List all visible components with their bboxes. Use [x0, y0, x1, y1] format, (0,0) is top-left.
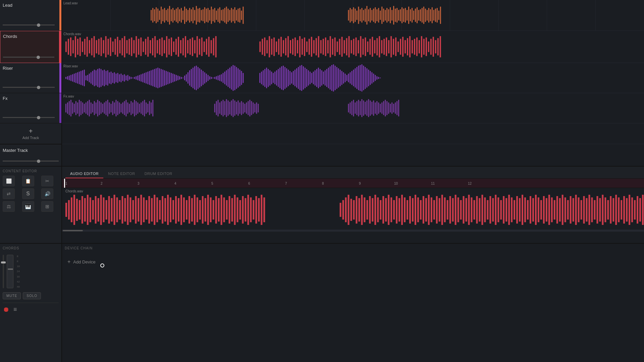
- svg-rect-25: [174, 10, 175, 21]
- svg-rect-742: [634, 200, 636, 220]
- svg-rect-290: [106, 71, 107, 85]
- svg-rect-201: [290, 40, 291, 54]
- svg-rect-41: [201, 10, 202, 21]
- svg-rect-613: [215, 196, 217, 224]
- svg-rect-533: [360, 101, 361, 115]
- solo-button[interactable]: SOLO: [23, 292, 41, 299]
- track-volume-fx[interactable]: [3, 114, 55, 119]
- record-icon[interactable]: ⏺: [3, 306, 9, 313]
- svg-rect-556: [398, 100, 399, 116]
- svg-rect-540: [371, 102, 372, 115]
- tab-note-editor[interactable]: NOTE EDITOR: [103, 170, 140, 178]
- svg-rect-710: [548, 195, 550, 225]
- track-volume-lead[interactable]: [3, 22, 55, 26]
- group-icon-btn[interactable]: ⊞: [41, 201, 53, 212]
- tab-drum-editor[interactable]: DRUM EDITOR: [140, 170, 177, 178]
- svg-rect-474: [112, 101, 113, 115]
- volume-slider-lead[interactable]: [3, 24, 55, 25]
- svg-rect-655: [401, 195, 403, 225]
- svg-rect-669: [439, 198, 440, 222]
- svg-rect-288: [102, 70, 103, 85]
- add-track-label: Add Track: [22, 136, 39, 140]
- mixer-icon[interactable]: ≡: [13, 306, 17, 313]
- svg-rect-261: [430, 39, 432, 55]
- paste-icon-btn[interactable]: 📋: [22, 176, 34, 186]
- scroll-thumb[interactable]: [63, 230, 83, 231]
- svg-rect-248: [400, 39, 401, 55]
- svg-rect-593: [162, 196, 163, 224]
- svg-rect-218: [330, 36, 331, 57]
- svg-rect-497: [151, 103, 152, 114]
- svg-rect-275: [80, 71, 82, 85]
- svg-rect-492: [142, 101, 143, 115]
- svg-rect-132: [87, 37, 88, 57]
- add-track-button[interactable]: + Add Track: [0, 123, 61, 144]
- svg-rect-483: [127, 103, 128, 114]
- svg-rect-154: [138, 39, 139, 55]
- svg-rect-422: [341, 71, 342, 85]
- mute-button[interactable]: MUTE: [3, 292, 21, 299]
- s-icon-btn[interactable]: S: [22, 188, 34, 199]
- svg-rect-81: [371, 10, 372, 21]
- svg-rect-374: [261, 72, 262, 84]
- track-item-chords[interactable]: Chords: [0, 31, 61, 63]
- plus-icon: +: [29, 127, 33, 135]
- svg-rect-370: [239, 70, 240, 86]
- svg-rect-715: [562, 195, 564, 225]
- track-volume-riser[interactable]: [3, 84, 55, 89]
- svg-rect-550: [388, 103, 389, 114]
- equalizer-icon-btn[interactable]: ⚖: [3, 201, 15, 212]
- svg-rect-196: [278, 39, 279, 55]
- svg-rect-524: [256, 103, 257, 114]
- svg-rect-371: [241, 71, 242, 85]
- volume-slider-fx[interactable]: [3, 117, 55, 118]
- tab-audio-editor[interactable]: AUDIO EDITOR: [65, 170, 103, 178]
- volume-icon-btn[interactable]: 🔊: [41, 188, 53, 199]
- track-item-fx[interactable]: Fx: [0, 93, 61, 123]
- svg-rect-106: [413, 11, 414, 20]
- track-item-lead[interactable]: Lead: [0, 0, 61, 31]
- scissors-icon-btn[interactable]: ✂: [41, 176, 53, 186]
- svg-rect-395: [296, 68, 297, 87]
- svg-rect-528: [352, 101, 353, 115]
- plus-icon: +: [67, 259, 70, 265]
- svg-rect-216: [325, 38, 326, 56]
- svg-rect-678: [463, 196, 465, 224]
- main-fader-knob[interactable]: [1, 261, 6, 263]
- svg-rect-105: [412, 8, 413, 23]
- svg-rect-236: [372, 37, 373, 57]
- svg-rect-93: [391, 10, 392, 21]
- svg-rect-92: [390, 7, 391, 23]
- svg-rect-504: [223, 100, 224, 116]
- svg-rect-597: [172, 200, 174, 220]
- volume-slider-chords[interactable]: [3, 57, 54, 58]
- svg-rect-316: [149, 71, 150, 85]
- bounce-icon-btn[interactable]: ⇄: [3, 188, 15, 199]
- svg-rect-685: [481, 195, 483, 225]
- svg-rect-55: [224, 8, 225, 23]
- svg-rect-223: [341, 37, 343, 57]
- waveform-scrollbar[interactable]: [62, 230, 644, 232]
- svg-rect-60: [233, 9, 234, 21]
- track-color-chords: [59, 31, 61, 63]
- svg-rect-334: [179, 76, 180, 80]
- svg-rect-537: [366, 101, 367, 116]
- svg-rect-73: [358, 7, 359, 24]
- track-volume-chords[interactable]: [3, 54, 54, 59]
- master-volume-slider[interactable]: [3, 161, 59, 162]
- vertical-fader[interactable]: [7, 255, 13, 288]
- svg-rect-65: [241, 11, 242, 20]
- svg-rect-380: [271, 72, 272, 84]
- add-device-button[interactable]: + Add Device: [65, 256, 641, 267]
- svg-rect-377: [266, 68, 267, 88]
- svg-rect-323: [161, 69, 162, 87]
- svg-rect-123: [65, 42, 67, 52]
- svg-rect-327: [167, 72, 168, 84]
- svg-rect-487: [134, 100, 135, 116]
- volume-slider-riser[interactable]: [3, 87, 55, 88]
- svg-rect-266: [65, 77, 66, 79]
- copy-icon-btn[interactable]: ⬜: [3, 176, 15, 186]
- midi-icon-btn[interactable]: 🎹: [22, 201, 34, 212]
- playhead[interactable]: [64, 179, 65, 188]
- track-item-riser[interactable]: Riser: [0, 63, 61, 93]
